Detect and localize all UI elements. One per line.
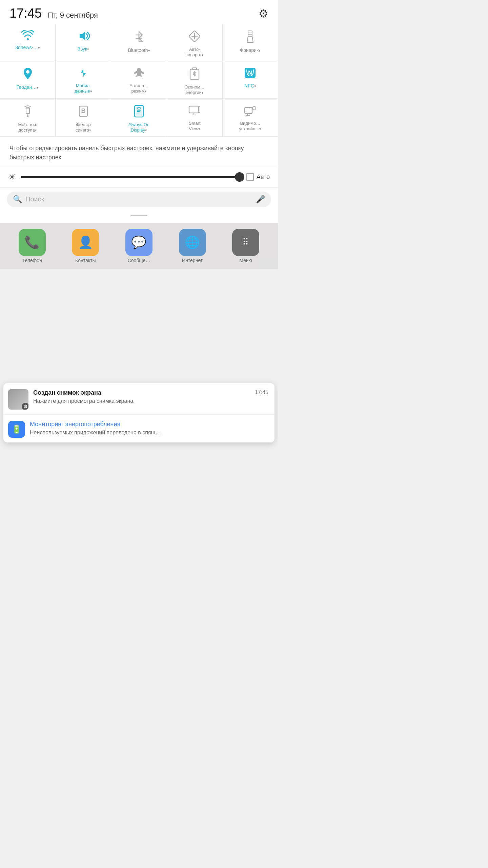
notif-screenshot-title-row: Создан снимок экрана 17:45: [33, 389, 268, 396]
bottom-apps-area: 📞 Телефон 👤 Контакты 💬 Сообще… 🌐 Интерне…: [0, 223, 278, 269]
qs-geodata[interactable]: Геодан…▾: [0, 61, 56, 98]
messages-icon: 💬: [125, 229, 152, 256]
qs-hotspot[interactable]: Моб. точ.доступа▾: [0, 99, 56, 136]
search-icon: 🔍: [13, 195, 22, 204]
menu-icon: ⠿: [232, 229, 259, 256]
notif-screenshot-time: 17:45: [255, 389, 268, 395]
qs-alwayson-label: Always OnDisplay▾: [128, 122, 149, 133]
qs-geodata-label: Геодан…▾: [17, 84, 39, 90]
autorotate-icon: [188, 30, 201, 44]
notif-battery-icon: 🔋: [8, 421, 25, 438]
wifi-icon: [21, 30, 34, 42]
notif-battery-title[interactable]: Мониторинг энергопотребления: [30, 421, 120, 428]
qs-smartview-label: SmartView▾: [189, 121, 201, 131]
qs-visible[interactable]: Видимо…устройс…▾: [223, 99, 278, 136]
location-icon: [23, 67, 33, 82]
contacts-label: Контакты: [75, 258, 96, 263]
qs-alwayson[interactable]: Always OnDisplay▾: [111, 99, 167, 136]
svg-text:N: N: [248, 70, 252, 76]
status-bar: 17:45 Пт, 9 сентября ⚙: [0, 0, 278, 24]
app-internet[interactable]: 🌐 Интернет: [179, 229, 206, 263]
status-date: Пт, 9 сентября: [48, 11, 98, 20]
qs-nfc-label: NFC▾: [244, 83, 256, 89]
qs-bluetooth-label: Bluetooth▾: [128, 47, 150, 53]
sound-icon: [77, 30, 90, 43]
notif-screenshot-content: Создан снимок экрана 17:45 Нажмите для п…: [33, 389, 268, 405]
phone-label: Телефон: [22, 258, 42, 263]
qs-sound[interactable]: Звук▾: [56, 24, 111, 61]
menu-label: Меню: [239, 258, 252, 263]
app-contacts[interactable]: 👤 Контакты: [72, 229, 99, 263]
svg-rect-26: [245, 107, 252, 114]
flashlight-icon: [245, 30, 255, 45]
status-time: 17:45: [9, 6, 42, 21]
svg-rect-15: [26, 108, 29, 114]
mobiledata-icon: [78, 67, 89, 80]
qs-sound-label: Звук▾: [77, 46, 89, 52]
qs-autorotate-label: Авто-поворот▾: [185, 47, 204, 57]
qs-smartview[interactable]: SmartView▾: [167, 99, 223, 136]
internet-icon: 🌐: [179, 229, 206, 256]
auto-brightness-toggle[interactable]: Авто: [246, 173, 270, 181]
auto-checkbox[interactable]: [246, 173, 254, 181]
brightness-icon: ☀: [8, 172, 16, 182]
bluefilter-icon: B: [78, 105, 89, 119]
contacts-icon: 👤: [72, 229, 99, 256]
svg-text:B: B: [81, 107, 85, 114]
app-messages[interactable]: 💬 Сообще…: [125, 229, 152, 263]
qs-row-1: 3dnews-…▾ Звук▾: [0, 24, 278, 61]
hotspot-icon: [22, 105, 33, 119]
notif-screenshot-body: Нажмите для просмотра снимка экрана.: [33, 398, 268, 405]
svg-rect-23: [189, 106, 199, 113]
qs-wifi[interactable]: 3dnews-…▾: [0, 24, 56, 61]
brightness-row: ☀ Авто: [0, 167, 278, 187]
qs-battery[interactable]: Эконом…энергии▾: [167, 61, 223, 98]
settings-icon[interactable]: ⚙: [259, 7, 268, 20]
notif-screenshot-title: Создан снимок экрана: [33, 389, 101, 396]
notif-screenshot-thumb: 🖼: [8, 389, 28, 410]
notif-screenshot-badge: 🖼: [22, 403, 28, 410]
qs-bluetooth[interactable]: Bluetooth▾: [111, 24, 167, 61]
notif-screenshot[interactable]: 🖼 Создан снимок экрана 17:45 Нажмите для…: [3, 383, 274, 415]
brightness-thumb[interactable]: [235, 172, 244, 182]
svg-point-27: [252, 106, 256, 110]
hint-text: Чтобы отредактировать панель быстрых нас…: [0, 137, 278, 167]
qs-mobiledata[interactable]: Мобил.данные▾: [56, 61, 111, 98]
notif-battery-monitor[interactable]: 🔋 Мониторинг энергопотребления Неиспольз…: [3, 415, 274, 442]
drag-handle[interactable]: [0, 213, 278, 219]
alwayson-icon: [134, 105, 144, 119]
messages-label: Сообще…: [128, 258, 150, 263]
qs-autorotate[interactable]: Авто-поворот▾: [167, 24, 223, 61]
qs-bluefilter[interactable]: B Фильтрсинего▾: [56, 99, 111, 136]
airplane-icon: [133, 67, 145, 80]
qs-nfc[interactable]: N NFC▾: [223, 61, 278, 98]
qs-hotspot-label: Моб. точ.доступа▾: [18, 122, 37, 133]
visible-icon: [244, 105, 256, 118]
qs-wifi-label: 3dnews-…▾: [15, 45, 40, 51]
qs-airplane[interactable]: Автоно…режим▾: [111, 61, 167, 98]
qs-mobiledata-label: Мобил.данные▾: [75, 83, 92, 94]
svg-point-10: [26, 70, 29, 74]
qs-flashlight[interactable]: Фонарик▾: [223, 24, 278, 61]
phone-icon: 📞: [19, 229, 46, 256]
notif-battery-content: Мониторинг энергопотребления Неиспользуе…: [30, 421, 268, 436]
search-bar: 🔍 Поиск 🎤: [0, 187, 278, 213]
search-inner[interactable]: 🔍 Поиск 🎤: [7, 192, 271, 207]
notif-battery-title-row: Мониторинг энергопотребления: [30, 421, 268, 428]
nfc-icon: N: [244, 67, 256, 80]
qs-bluefilter-label: Фильтрсинего▾: [76, 122, 91, 133]
qs-battery-label: Эконом…энергии▾: [185, 84, 205, 95]
microphone-icon[interactable]: 🎤: [256, 195, 265, 204]
brightness-track[interactable]: [21, 176, 242, 178]
qs-row-3: Моб. точ.доступа▾ B Фильтрсинего▾: [0, 99, 278, 136]
quick-settings-panel: 3dnews-…▾ Звук▾: [0, 24, 278, 223]
notif-battery-body: Неиспользуемых приложений переведено в с…: [30, 429, 268, 436]
svg-marker-0: [80, 32, 85, 40]
app-menu[interactable]: ⠿ Меню: [232, 229, 259, 263]
app-phone[interactable]: 📞 Телефон: [19, 229, 46, 263]
auto-label: Авто: [257, 174, 270, 181]
internet-label: Интернет: [182, 258, 203, 263]
qs-airplane-label: Автоно…режим▾: [129, 83, 148, 94]
app-row: 📞 Телефон 👤 Контакты 💬 Сообще… 🌐 Интерне…: [0, 226, 278, 266]
battery-icon: [189, 67, 200, 82]
